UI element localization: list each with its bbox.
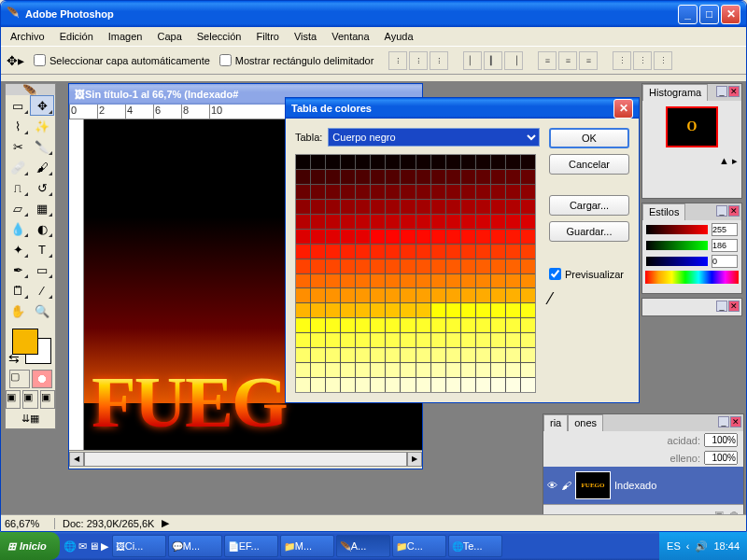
panel-close-icon[interactable]: ✕ xyxy=(728,86,740,97)
app-titlebar[interactable]: 🪶 Adobe Photoshop _ □ ✕ xyxy=(1,1,746,27)
panel-min-icon[interactable]: _ xyxy=(718,416,729,427)
ql-desktop-icon[interactable]: 🖥 xyxy=(89,540,99,553)
distribute-4-icon[interactable]: ⋮ xyxy=(613,51,631,70)
opacity-field[interactable] xyxy=(704,433,738,447)
distribute-3-icon[interactable]: ≡ xyxy=(579,51,598,70)
save-button[interactable]: Guardar... xyxy=(549,221,629,242)
tab-layers-2[interactable]: ones xyxy=(568,414,603,431)
menu-view[interactable]: Vista xyxy=(289,29,322,44)
panel-close-icon[interactable]: ✕ xyxy=(728,205,740,217)
menu-select[interactable]: Selección xyxy=(191,29,247,44)
tray-icon[interactable]: ‹ xyxy=(686,540,690,552)
gradient-tool[interactable]: ▦ xyxy=(30,198,54,218)
start-button[interactable]: ⊞Inicio xyxy=(0,532,60,560)
styles-panel-collapsed[interactable]: _✕ xyxy=(641,298,742,316)
zoom-level[interactable]: 66,67% xyxy=(5,518,55,529)
color-panel[interactable]: _✕ Estilos xyxy=(641,203,742,294)
menu-image[interactable]: Imagen xyxy=(103,29,148,44)
ql-media-icon[interactable]: ▶ xyxy=(101,540,108,553)
color-palette-grid[interactable] xyxy=(295,154,536,393)
wand-tool[interactable]: ✨ xyxy=(30,116,54,136)
histogram-panel[interactable]: _✕ Histograma O ▲ ▸ xyxy=(641,83,742,199)
r-slider[interactable] xyxy=(646,225,708,234)
panel-menu-icon[interactable]: ▲ ▸ xyxy=(642,153,741,169)
menu-filter[interactable]: Filtro xyxy=(250,29,284,44)
layer-thumbnail[interactable]: FUEGO xyxy=(575,471,611,499)
cancel-button[interactable]: Cancelar xyxy=(549,154,629,175)
table-select[interactable]: Cuerpo negro xyxy=(328,128,540,147)
crop-tool[interactable]: ✂ xyxy=(6,136,30,157)
distribute-2-icon[interactable]: ≡ xyxy=(558,51,577,70)
path-tool[interactable]: ✦ xyxy=(6,239,30,259)
tab-styles[interactable]: Estilos xyxy=(642,203,685,220)
pen-tool[interactable]: ✒ xyxy=(6,259,30,280)
marquee-tool[interactable]: ▭ xyxy=(6,95,30,116)
eyedropper-tool[interactable]: ⁄ xyxy=(30,280,54,301)
align-hcenter-icon[interactable]: ▎ xyxy=(484,51,502,70)
align-vcenter-icon[interactable]: ⫶ xyxy=(409,51,428,70)
task-item[interactable]: 🌐 Te... xyxy=(448,535,502,557)
panel-min-icon[interactable]: _ xyxy=(716,86,727,97)
g-value[interactable] xyxy=(712,239,738,252)
task-item[interactable]: 🖼 Ci... xyxy=(112,535,166,557)
menu-window[interactable]: Ventana xyxy=(326,29,374,44)
r-value[interactable] xyxy=(712,223,738,236)
menu-edit[interactable]: Edición xyxy=(54,29,99,44)
status-menu-icon[interactable]: ▶ xyxy=(162,517,169,529)
dialog-titlebar[interactable]: Tabla de colores ✕ xyxy=(286,98,639,119)
preview-checkbox[interactable]: Previsualizar xyxy=(549,268,629,280)
screen-std-icon[interactable]: ▣ xyxy=(6,390,21,409)
maximize-button[interactable]: □ xyxy=(699,5,719,24)
eraser-tool[interactable]: ▱ xyxy=(6,198,30,218)
brush-tool[interactable]: 🖌 xyxy=(30,157,54,177)
distribute-6-icon[interactable]: ⋮ xyxy=(654,51,672,70)
lang-indicator[interactable]: ES xyxy=(667,540,681,552)
ruler-vertical[interactable] xyxy=(69,119,84,450)
history-brush-tool[interactable]: ↺ xyxy=(30,177,54,198)
slice-tool[interactable]: 🔪 xyxy=(30,136,54,157)
screen-full-icon[interactable]: ▣ xyxy=(22,390,37,409)
load-button[interactable]: Cargar... xyxy=(549,195,629,216)
notes-tool[interactable]: 🗒 xyxy=(6,280,30,301)
swap-colors-icon[interactable]: ⇆ xyxy=(8,351,20,366)
show-box-checkbox[interactable]: Mostrar rectángulo delimitador xyxy=(219,54,374,66)
distribute-1-icon[interactable]: ≡ xyxy=(538,51,557,70)
shape-tool[interactable]: ▭ xyxy=(30,259,54,280)
tray-icon[interactable]: 🔊 xyxy=(695,540,708,553)
align-bottom-icon[interactable]: ⫶ xyxy=(430,51,448,70)
panel-min-icon[interactable]: _ xyxy=(716,301,727,312)
clock[interactable]: 18:44 xyxy=(713,540,740,552)
g-slider[interactable] xyxy=(646,241,708,250)
blur-tool[interactable]: 💧 xyxy=(6,218,30,239)
move-tool[interactable]: ✥ xyxy=(30,95,54,116)
imageready-icon[interactable]: ⇊▦ xyxy=(6,413,55,425)
dialog-close-button[interactable]: ✕ xyxy=(613,99,633,119)
type-tool[interactable]: T xyxy=(30,239,54,259)
panel-close-icon[interactable]: ✕ xyxy=(728,301,740,312)
b-value[interactable] xyxy=(712,255,738,268)
lasso-tool[interactable]: ⌇ xyxy=(6,116,30,136)
align-right-icon[interactable]: ▕ xyxy=(504,51,523,70)
hand-tool[interactable]: ✋ xyxy=(6,301,30,321)
close-button[interactable]: ✕ xyxy=(721,5,740,24)
b-slider[interactable] xyxy=(646,257,708,266)
color-swatches[interactable]: ⇆ xyxy=(8,325,53,366)
stamp-tool[interactable]: ⎍ xyxy=(6,177,30,198)
auto-select-checkbox[interactable]: Seleccionar capa automáticamente xyxy=(34,54,210,66)
menu-file[interactable]: Archivo xyxy=(5,29,50,44)
screen-fullblack-icon[interactable]: ▣ xyxy=(40,390,55,409)
eye-icon[interactable]: 👁 xyxy=(547,480,557,491)
task-item[interactable]: 💬 M... xyxy=(168,535,222,557)
scroll-right-icon[interactable]: ▶ xyxy=(407,452,422,467)
panel-close-icon[interactable]: ✕ xyxy=(730,416,741,427)
ok-button[interactable]: OK xyxy=(549,128,629,148)
tab-layers-1[interactable]: ria xyxy=(543,414,568,431)
layers-panel[interactable]: _✕ riaones acidad: elleno: 👁 🖌 FUEGO Ind… xyxy=(543,413,744,529)
eyedropper-icon[interactable]: ⁄ xyxy=(549,289,629,309)
heal-tool[interactable]: 🩹 xyxy=(6,157,30,177)
task-item[interactable]: 📁 C... xyxy=(392,535,446,557)
scrollbar-h[interactable]: ◀ ▶ xyxy=(69,450,422,467)
task-item-active[interactable]: 🪶 A... xyxy=(336,535,390,557)
align-left-icon[interactable]: ▏ xyxy=(463,51,482,70)
move-tool-icon[interactable]: ✥▸ xyxy=(7,53,24,68)
